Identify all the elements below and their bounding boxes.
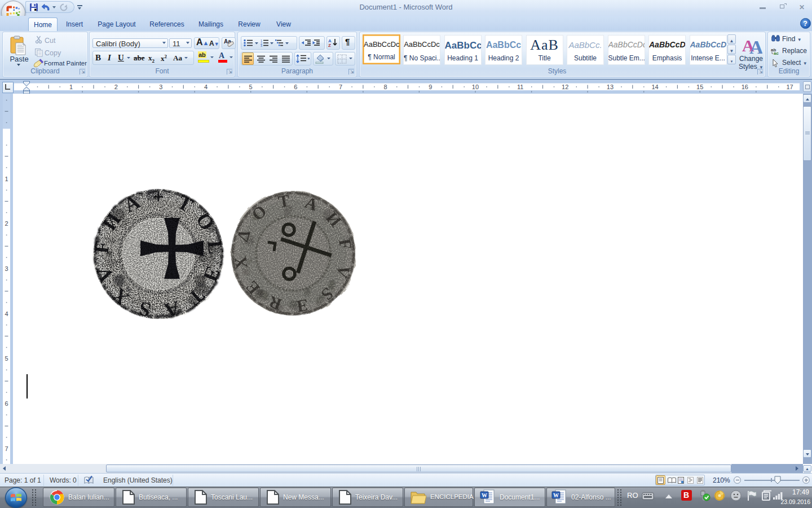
svg-text:7: 7: [5, 445, 8, 452]
svg-text:1: 1: [5, 176, 8, 182]
svg-text:11: 11: [517, 84, 523, 90]
svg-text:12: 12: [562, 84, 568, 90]
svg-text:2: 2: [114, 84, 118, 90]
svg-text:ac: ac: [774, 51, 779, 55]
svg-text:7: 7: [339, 84, 342, 90]
svg-text:W: W: [482, 492, 487, 498]
svg-text:13: 13: [607, 84, 614, 90]
svg-text:1: 1: [69, 84, 73, 90]
svg-text:14: 14: [651, 84, 658, 90]
svg-text:3: 3: [261, 44, 262, 47]
svg-text:17: 17: [786, 84, 793, 90]
svg-text:5: 5: [5, 355, 8, 362]
svg-text:Z: Z: [328, 43, 331, 48]
svg-text:4: 4: [5, 310, 8, 317]
svg-text:9: 9: [429, 84, 432, 90]
svg-text:10: 10: [472, 84, 479, 90]
svg-text:3: 3: [159, 84, 162, 90]
svg-text:5: 5: [249, 84, 253, 90]
svg-text:15: 15: [696, 84, 703, 90]
svg-text:A: A: [749, 37, 762, 55]
svg-text:6: 6: [294, 84, 297, 90]
svg-text:6: 6: [5, 400, 8, 407]
svg-text:4: 4: [204, 84, 208, 90]
svg-text:8: 8: [384, 84, 387, 90]
svg-text:2: 2: [5, 220, 8, 227]
svg-text:3: 3: [5, 265, 8, 272]
svg-text:16: 16: [742, 84, 748, 90]
svg-text:W: W: [553, 492, 559, 498]
